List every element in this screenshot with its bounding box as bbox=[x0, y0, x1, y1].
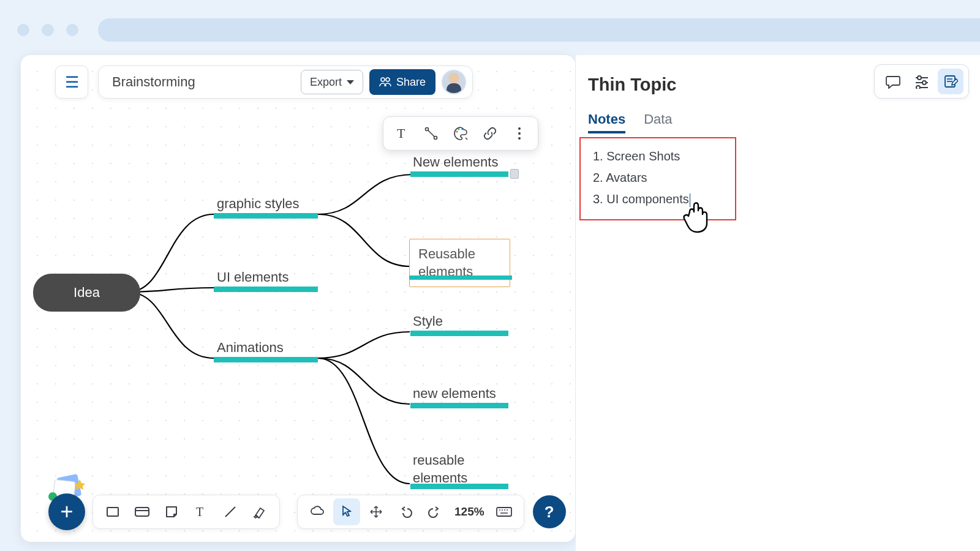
mindmap-underline bbox=[410, 171, 508, 177]
mindmap-node-new-elements-2[interactable]: new elements bbox=[413, 386, 496, 402]
connector-icon[interactable] bbox=[419, 121, 443, 146]
add-fab-button[interactable]: + bbox=[48, 493, 85, 530]
svg-point-18 bbox=[434, 137, 437, 140]
side-panel-toolbar bbox=[874, 64, 969, 99]
text-icon[interactable]: T bbox=[390, 121, 414, 146]
window-dot bbox=[42, 24, 54, 36]
context-toolbar: T bbox=[383, 116, 538, 151]
mindmap-underline bbox=[214, 213, 318, 219]
plus-icon: + bbox=[60, 499, 73, 525]
svg-point-21 bbox=[458, 128, 459, 130]
window-dot bbox=[66, 24, 78, 36]
comments-icon[interactable] bbox=[880, 69, 906, 94]
notes-line-text: 3. UI components bbox=[593, 192, 689, 206]
mindmap-node-style[interactable]: Style bbox=[413, 313, 443, 329]
mindmap-underline bbox=[410, 331, 508, 336]
note-badge-icon[interactable] bbox=[510, 169, 519, 179]
mindmap-underline bbox=[410, 484, 508, 489]
svg-point-31 bbox=[916, 86, 920, 89]
mindmap-node-new-elements[interactable]: New elements bbox=[413, 154, 498, 170]
mindmap-root-label: Idea bbox=[74, 285, 100, 301]
edit-notes-icon[interactable] bbox=[938, 69, 963, 94]
tab-notes[interactable]: Notes bbox=[588, 111, 625, 133]
browser-window-dots bbox=[17, 24, 78, 36]
svg-point-23 bbox=[518, 127, 521, 130]
mindmap-node-graphic-styles[interactable]: graphic styles bbox=[217, 196, 300, 212]
side-panel: Thin Topic Notes Data 1. Screen Shots 2.… bbox=[576, 55, 980, 551]
mindmap-underline bbox=[214, 287, 318, 292]
side-panel-title: Thin Topic bbox=[588, 75, 676, 95]
mindmap-node-animations[interactable]: Animations bbox=[217, 340, 284, 356]
svg-point-24 bbox=[518, 132, 521, 135]
mindmap-node-reusable-elements-selected[interactable]: Reusable elements bbox=[409, 239, 510, 287]
side-panel-tabs: Notes Data bbox=[588, 111, 673, 133]
link-icon[interactable] bbox=[478, 121, 502, 146]
svg-point-25 bbox=[518, 137, 521, 140]
tab-data[interactable]: Data bbox=[644, 111, 672, 133]
svg-line-19 bbox=[428, 130, 434, 137]
palette-icon[interactable] bbox=[448, 121, 473, 146]
svg-point-27 bbox=[918, 76, 921, 80]
hand-cursor-icon bbox=[681, 196, 714, 234]
window-dot bbox=[17, 24, 29, 36]
more-icon[interactable] bbox=[507, 121, 532, 146]
svg-point-29 bbox=[922, 81, 926, 84]
mindmap-node-reusable-elements-2[interactable]: reusable elements bbox=[413, 452, 486, 487]
mindmap-node-ui-elements[interactable]: UI elements bbox=[217, 269, 288, 285]
svg-point-22 bbox=[461, 128, 463, 130]
svg-point-17 bbox=[426, 128, 429, 131]
mindmap-underline bbox=[410, 403, 508, 408]
notes-line: 2. Avatars bbox=[593, 171, 723, 185]
notes-line: 1. Screen Shots bbox=[593, 149, 723, 163]
mindmap-underline bbox=[214, 357, 318, 362]
svg-point-20 bbox=[456, 130, 458, 132]
mindmap-root-node[interactable]: Idea bbox=[33, 274, 140, 312]
settings-sliders-icon[interactable] bbox=[909, 69, 935, 94]
mindmap-underline bbox=[409, 276, 512, 280]
svg-text:T: T bbox=[397, 126, 405, 141]
browser-url-bar[interactable] bbox=[98, 18, 980, 42]
